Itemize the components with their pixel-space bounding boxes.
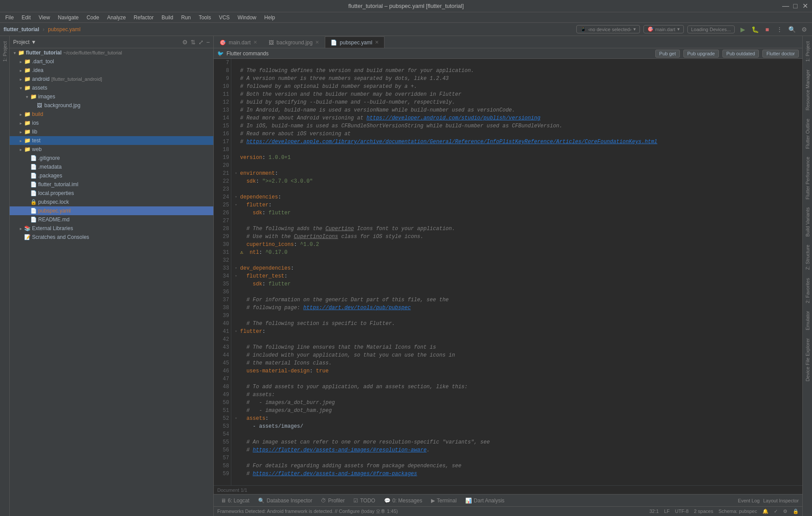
more-actions-button[interactable]: ⋮	[775, 25, 784, 34]
menu-bar: File Edit View Navigate Code Analyze Ref…	[0, 12, 812, 23]
tab-close-pubspec-yaml[interactable]: ✕	[375, 40, 379, 45]
pub-upgrade-button[interactable]: Pub upgrade	[683, 50, 719, 58]
bottom-tool-dart-analysis[interactable]: 📊 Dart Analysis	[462, 497, 508, 505]
settings-status-icon[interactable]: ⚙	[783, 509, 787, 514]
tree-item-ext-libs[interactable]: ▸ 📚 External Libraries	[10, 224, 213, 233]
code-content[interactable]: # The following defines the version and …	[231, 59, 802, 485]
menu-build[interactable]: Build	[158, 14, 177, 22]
sidebar-actions: ⚙ ⇅ ⤢ −	[182, 39, 210, 46]
tab-background-jpg[interactable]: 🖼 background.jpg ✕	[263, 36, 325, 48]
menu-code[interactable]: Code	[83, 14, 103, 22]
minimize-button[interactable]: —	[782, 3, 789, 10]
tab-label-main-dart: main.dart	[229, 40, 251, 46]
tab-pubspec-yaml[interactable]: 📄 pubspec.yaml ✕	[325, 36, 384, 48]
layout-inspector-button[interactable]: Layout Inspector	[763, 498, 799, 503]
tree-item-dart-tool[interactable]: ▸ 📁 .dart_tool	[10, 57, 213, 66]
vtab-flutter-outline[interactable]: Flutter Outline	[804, 115, 812, 152]
tree-item-root[interactable]: ▾ 📁 flutter_tutorial ~/code/flutter/flut…	[10, 48, 213, 57]
debug-button[interactable]: 🐛	[751, 25, 759, 34]
code-line-56: # https://flutter.dev/assets-and-images/…	[235, 446, 799, 454]
tree-label-readme: README.md	[38, 217, 69, 223]
tree-item-build[interactable]: ▸ 📁 build	[10, 110, 213, 119]
vtab-device-explorer[interactable]: Device File Explorer	[804, 335, 812, 385]
tab-main-dart[interactable]: 🎯 main.dart ✕	[214, 36, 263, 48]
code-line-38: # following page: https://dart.dev/tools…	[235, 304, 799, 312]
tree-item-web[interactable]: ▸ 📁 web	[10, 145, 213, 154]
notification-icon[interactable]: 🔔	[762, 509, 769, 514]
project-dropdown[interactable]: Project ▼	[13, 39, 36, 45]
tree-item-pubspec-yaml[interactable]: 📄 pubspec.yaml	[10, 206, 213, 215]
bottom-tool-profiler[interactable]: ⏱ Profiler	[317, 497, 348, 505]
tree-item-lib[interactable]: ▸ 📁 lib	[10, 127, 213, 136]
tree-arrow-dart-tool: ▸	[18, 59, 24, 64]
menu-edit[interactable]: Edit	[18, 14, 34, 22]
vtab-emulator[interactable]: Emulator	[804, 307, 812, 334]
device-selector[interactable]: 📱 ‹no device selected› ▾	[576, 25, 640, 33]
vtab-favorites[interactable]: 2: Favorites	[804, 274, 812, 307]
bottom-tool-logcat[interactable]: 🖥 6: Logcat	[217, 497, 253, 505]
menu-window[interactable]: Window	[234, 14, 260, 22]
tree-label-metadata: .metadata	[38, 164, 61, 170]
tree-item-android[interactable]: ▸ 📁 android [flutter_tutorial_android]	[10, 75, 213, 83]
maximize-button[interactable]: □	[792, 3, 799, 10]
vtab-resource-mgr[interactable]: Resource Manager	[804, 66, 812, 114]
lock-status-icon[interactable]: 🔒	[793, 509, 799, 514]
menu-tools[interactable]: Tools	[195, 14, 215, 22]
tree-item-scratches[interactable]: 📝 Scratches and Consoles	[10, 233, 213, 242]
tree-item-gitignore[interactable]: 📄 .gitignore	[10, 154, 213, 162]
vtab-project[interactable]: 1: Project	[1, 38, 9, 65]
tree-item-bg-jpg[interactable]: 🖼 background.jpg	[10, 101, 213, 110]
sidebar-sort-icon[interactable]: ⇅	[190, 39, 196, 46]
tab-close-background-jpg[interactable]: ✕	[315, 40, 319, 45]
bottom-tool-terminal[interactable]: ▶ Terminal	[428, 497, 460, 505]
menu-analyze[interactable]: Analyze	[104, 14, 129, 22]
code-line-52: ▾ assets:	[235, 415, 799, 422]
bottom-tool-db-inspector[interactable]: 🔍 Database Inspector	[255, 497, 316, 505]
tab-close-main-dart[interactable]: ✕	[253, 40, 257, 45]
settings-button[interactable]: ⚙	[800, 25, 808, 34]
tree-item-packages[interactable]: 📄 .packages	[10, 171, 213, 180]
vtab-flutter-perf[interactable]: Flutter Performance	[804, 153, 812, 203]
sidebar-settings-icon[interactable]: ⚙	[182, 39, 188, 46]
sidebar-title[interactable]: Project ▼	[13, 39, 36, 45]
code-line-46: uses-material-design: true	[235, 367, 799, 375]
tree-item-iml[interactable]: 📄 flutter_tutorial.iml	[10, 180, 213, 189]
sidebar-expand-icon[interactable]: ⤢	[198, 39, 204, 46]
code-line-24: ▾dependencies:	[235, 193, 799, 201]
flutter-doctor-button[interactable]: Flutter doctor	[762, 50, 799, 58]
menu-refactor[interactable]: Refactor	[130, 14, 157, 22]
tree-item-images[interactable]: ▾ 📁 images	[10, 92, 213, 101]
stop-button[interactable]: ■	[763, 25, 772, 34]
run-button[interactable]: ▶	[738, 25, 747, 34]
search-everywhere-button[interactable]: 🔍	[787, 25, 796, 34]
menu-view[interactable]: View	[35, 14, 54, 22]
event-log-button[interactable]: Event Log	[738, 498, 760, 503]
menu-run[interactable]: Run	[178, 14, 194, 22]
tree-item-ios[interactable]: ▸ 📁 ios	[10, 119, 213, 127]
tree-item-assets[interactable]: ▾ 📁 assets	[10, 83, 213, 92]
close-button[interactable]: ✕	[801, 3, 808, 10]
tree-item-local-props[interactable]: 📄 local.properties	[10, 189, 213, 198]
check-icon[interactable]: ✓	[774, 509, 778, 514]
pub-outdated-button[interactable]: Pub outdated	[722, 50, 759, 58]
sidebar-close-icon[interactable]: −	[206, 39, 210, 46]
run-config-selector[interactable]: 🎯 main.dart ▾	[643, 25, 684, 33]
tree-item-idea[interactable]: ▸ 📁 .idea	[10, 66, 213, 75]
flutter-commands-banner: 🐦 Flutter commands Pub get Pub upgrade P…	[214, 48, 802, 59]
vtab-build-variants[interactable]: Build Variants	[804, 204, 812, 240]
vtab-inspector[interactable]: 1: Project	[804, 38, 812, 65]
bottom-tool-messages[interactable]: 💬 0: Messages	[381, 497, 426, 505]
vtab-structure[interactable]: Z: Structure	[804, 241, 812, 273]
window-controls[interactable]: — □ ✕	[782, 3, 808, 10]
tree-item-test[interactable]: ▸ 📁 test	[10, 136, 213, 145]
tree-item-metadata[interactable]: 📄 .metadata	[10, 162, 213, 171]
code-line-29: # Use with the CupertinoIcons class for …	[235, 233, 799, 241]
tree-item-pubspec-lock[interactable]: 🔒 pubspec.lock	[10, 198, 213, 206]
menu-vcs[interactable]: VCS	[216, 14, 234, 22]
bottom-tool-todo[interactable]: ☑ TODO	[350, 497, 378, 505]
menu-file[interactable]: File	[2, 14, 17, 22]
menu-navigate[interactable]: Navigate	[54, 14, 82, 22]
menu-help[interactable]: Help	[261, 14, 279, 22]
pub-get-button[interactable]: Pub get	[655, 50, 680, 58]
tree-item-readme[interactable]: 📄 README.md	[10, 215, 213, 224]
